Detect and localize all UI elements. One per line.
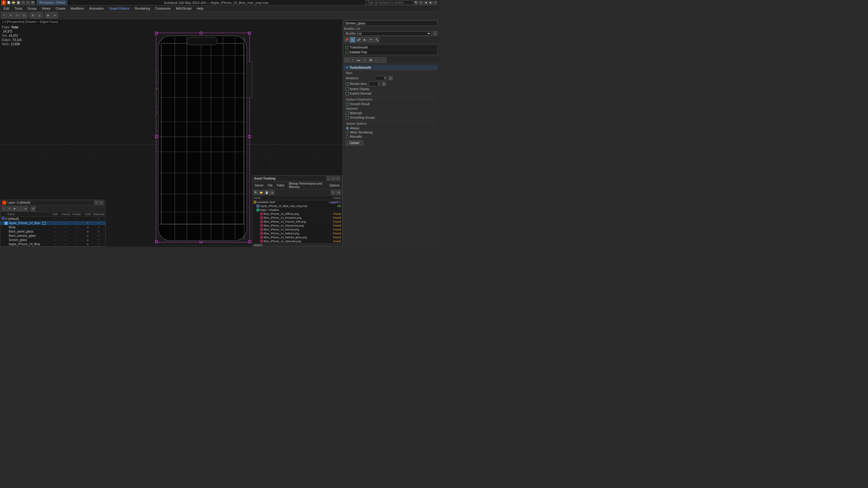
modifier-turbosmooth[interactable]: ✓ TurboSmooth — [344, 45, 437, 50]
menu-animation[interactable]: Animation — [87, 6, 106, 11]
ts-update-button[interactable]: Update — [346, 140, 363, 145]
asset-row-maxfile[interactable]: Apple_iPhone_14_Blue_max_vray.max Ok — [252, 204, 342, 208]
asset-scrollbar[interactable] — [252, 243, 342, 247]
asset-row-vault[interactable]: Autodesk Vault Logged O — [252, 200, 342, 204]
asset-maximize-btn[interactable]: □ — [331, 176, 336, 181]
render-ic-5[interactable]: ▦ — [368, 57, 373, 63]
render-ic-7[interactable]: ↓ — [381, 57, 386, 63]
move-tool[interactable]: ✛ — [8, 12, 14, 19]
search-input[interactable] — [365, 0, 413, 5]
asset-row-fresnel[interactable]: Blue_iPhone_14_Fresnel_IOR.png Found — [252, 220, 342, 224]
asset-menu-paths[interactable]: Paths — [276, 184, 286, 187]
asset-row-refract-gloss[interactable]: Blue_iPhone_14_Refract_gloss.png Found — [252, 235, 342, 239]
layer-row-iphone[interactable]: Apple_iPhone_14_Blue — — — ■ ☀ — [0, 221, 105, 225]
undo-btn[interactable]: ↩ — [21, 1, 25, 5]
motion-icon[interactable]: ▶ — [362, 37, 367, 42]
menu-rendering[interactable]: Rendering — [132, 6, 153, 11]
layer-row-0[interactable]: 0 (default) — — — ☀ — [0, 217, 105, 221]
layer-row-backcamera[interactable]: Back_camera_glass — — — ■ ☀ — [0, 234, 105, 238]
asset-tb-refresh[interactable]: ↻ — [331, 190, 336, 195]
asset-tb-1[interactable]: 🔍 — [253, 190, 258, 195]
ts-always-radio[interactable] — [346, 127, 349, 130]
render-ic-2[interactable]: | — [350, 57, 355, 63]
layer-row-screenglass[interactable]: Screen_glass — — — ■ ☀ — [0, 238, 105, 242]
asset-menu-options[interactable]: Options — [328, 184, 341, 187]
layer-row-body[interactable]: Body — — — ■ ☀ — [0, 225, 105, 230]
new-btn[interactable]: 📄 — [7, 1, 11, 5]
ts-ri-down[interactable]: ▼ — [382, 84, 386, 86]
scale-tool[interactable]: ⊡ — [21, 12, 27, 19]
ts-smooth-result-check[interactable]: ✓ — [346, 103, 349, 106]
render-ic-6[interactable]: ↑ — [375, 57, 380, 63]
help-icon[interactable]: ? — [433, 1, 438, 5]
modifier-icon[interactable]: ⊞ — [350, 37, 355, 42]
asset-menu-bitmap[interactable]: Bitmap Performance and Memory — [287, 182, 326, 189]
layers-help-btn[interactable]: ? — [94, 201, 98, 205]
asset-scroll-thumb[interactable] — [253, 244, 262, 246]
asset-row-diffuse[interactable]: Blue_iPhone_14_Diffuse.png Found — [252, 212, 342, 216]
asset-tb-settings[interactable]: ⚙ — [336, 190, 341, 195]
pin-icon[interactable]: 📌 — [344, 37, 349, 42]
render-btn[interactable]: ▶ — [45, 12, 51, 19]
search-icon[interactable]: 🔍 — [414, 1, 418, 5]
menu-create[interactable]: Create — [53, 6, 68, 11]
menu-tools[interactable]: Tools — [12, 6, 25, 11]
asset-row-maps[interactable]: Maps / Shaders — [252, 208, 342, 212]
ts-iter-up[interactable]: ▲ — [389, 76, 393, 78]
menu-edit[interactable]: Edit — [1, 6, 12, 11]
layers-new-btn[interactable]: + — [1, 206, 6, 211]
modifier-select[interactable]: Modifier List — [344, 31, 432, 36]
ts-ri-up[interactable]: ▲ — [382, 82, 386, 84]
modifier-editable-poly[interactable]: Editable Poly — [344, 50, 437, 55]
asset-tb-2[interactable]: 📂 — [259, 190, 264, 195]
menu-maxscript[interactable]: MAXScript — [174, 6, 194, 11]
rotate-tool[interactable]: ↻ — [14, 12, 21, 19]
modifier-dropdown-btn[interactable]: ▾ — [433, 31, 438, 36]
turbosmooth-header[interactable]: ▼ TurboSmooth — [344, 65, 438, 70]
nav-back-icon[interactable]: ◀ — [424, 1, 428, 5]
select-tool[interactable]: ↖ — [1, 12, 7, 19]
asset-close-btn[interactable]: × — [336, 176, 340, 181]
asset-menu-server[interactable]: Server — [253, 184, 265, 187]
filter-icon[interactable]: ≡ — [419, 1, 423, 5]
asset-row-refract[interactable]: Blue_iPhone_14_Refract.png Found — [252, 232, 342, 235]
layer-row-iphone-obj[interactable]: Apple_iPhone_14_Blue — — — ■ ☀ — [0, 242, 105, 247]
ts-render-iters-check[interactable]: ✓ — [346, 83, 349, 86]
nav-fwd-icon[interactable]: ▶ — [429, 1, 433, 5]
render-ic-3[interactable]: ▬ — [356, 57, 361, 63]
utilities-icon[interactable]: 🔧 — [374, 37, 379, 42]
layer-row-backpanel[interactable]: Back_panel_glass — — — ■ ☀ — [0, 230, 105, 234]
layers-close-btn[interactable]: × — [99, 201, 103, 205]
layers-select-btn[interactable]: ↑ — [18, 206, 23, 211]
ts-materials-check[interactable] — [346, 112, 349, 115]
save-btn[interactable]: 💾 — [16, 1, 21, 5]
redo-btn[interactable]: ↪ — [26, 1, 30, 5]
ts-smoothing-groups-check[interactable] — [346, 116, 349, 119]
display-icon[interactable]: 👁 — [368, 37, 373, 42]
open-btn[interactable]: 📂 — [11, 1, 16, 5]
hierarchy-icon[interactable]: 🔗 — [356, 37, 361, 42]
layers-add-obj-btn[interactable]: ▶ — [12, 206, 17, 211]
asset-row-emissive[interactable]: Blue_iPhone_14_Emissive.png Found — [252, 216, 342, 220]
menu-modifiers[interactable]: Modifiers — [68, 6, 87, 11]
mod-checkbox-turbosmooth[interactable]: ✓ — [345, 46, 348, 49]
camera-btn[interactable]: 📷 — [31, 1, 35, 5]
material-editor[interactable]: ● — [52, 12, 58, 19]
asset-row-specular[interactable]: Blue_iPhone_14_Specular.png Found — [252, 239, 342, 243]
asset-tb-3[interactable]: 💾 — [264, 190, 269, 195]
menu-customize[interactable]: Customize — [153, 6, 173, 11]
ts-render-iters-input[interactable] — [369, 82, 381, 86]
ts-manually-radio[interactable] — [346, 135, 349, 138]
ts-explicit-normals-check[interactable] — [346, 92, 349, 95]
menu-views[interactable]: Views — [39, 6, 53, 11]
asset-row-normal[interactable]: Blue_iPhone_14_Normal.png Found — [252, 228, 342, 232]
mod-checkbox-editable-poly[interactable] — [345, 51, 348, 54]
layers-highlight-btn[interactable]: ◈ — [23, 206, 28, 211]
ts-iterations-input[interactable] — [375, 76, 387, 80]
ts-isoline-check[interactable] — [346, 88, 349, 91]
render-ic-4[interactable]: ◻ — [362, 57, 367, 63]
workspace-selector[interactable]: Workspace: Default — [37, 0, 67, 5]
menu-help[interactable]: Help — [194, 6, 206, 11]
ts-when-rendering-radio[interactable] — [346, 131, 349, 134]
snap-tool[interactable]: ⊞ — [30, 12, 36, 19]
